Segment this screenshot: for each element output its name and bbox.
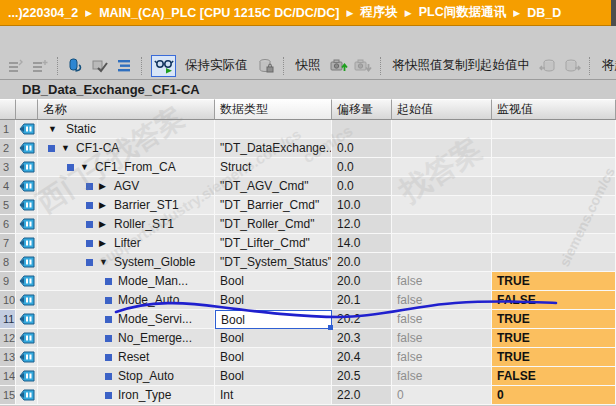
monitor-value-cell[interactable] xyxy=(492,196,616,215)
expand-arrow-icon[interactable]: ▶ xyxy=(99,220,109,229)
collapse-arrow-icon[interactable]: ▼ xyxy=(99,258,109,267)
monitor-value-cell[interactable] xyxy=(492,139,616,158)
add-row-icon[interactable] xyxy=(30,55,50,77)
start-value-cell[interactable]: false xyxy=(392,367,492,386)
expand-arrow-icon[interactable]: ▶ xyxy=(99,182,109,191)
start-value-cell[interactable] xyxy=(392,177,492,196)
variable-name-cell[interactable]: ▼System_Globle xyxy=(38,253,215,272)
datatype-cell[interactable]: Bool xyxy=(215,310,332,329)
datatype-cell[interactable]: "DT_Barrier_Cmd" xyxy=(215,196,332,215)
breadcrumb-item[interactable]: MAIN_(CA)_PLC [CPU 1215C DC/DC/DC] xyxy=(99,6,339,20)
monitor-value-cell[interactable] xyxy=(492,215,616,234)
camera-upload-icon[interactable] xyxy=(329,55,349,77)
monitor-value-cell[interactable]: TRUE xyxy=(492,272,616,291)
monitor-value-cell[interactable]: TRUE xyxy=(492,329,616,348)
variable-name-cell[interactable]: ▶Barrier_ST1 xyxy=(38,196,215,215)
insert-row-icon[interactable] xyxy=(6,55,26,77)
row-number[interactable]: 8 xyxy=(0,253,16,272)
datatype-cell[interactable]: "DT_AGV_Cmd" xyxy=(215,177,332,196)
row-number[interactable]: 13 xyxy=(0,348,16,367)
row-number[interactable]: 2 xyxy=(0,139,16,158)
breadcrumb-item[interactable]: DB_D xyxy=(527,6,561,20)
header-name[interactable]: 名称 xyxy=(38,99,215,120)
row-number[interactable]: 9 xyxy=(0,272,16,291)
monitor-value-cell[interactable]: TRUE xyxy=(492,310,616,329)
start-value-cell[interactable]: false xyxy=(392,348,492,367)
tag-check-icon[interactable] xyxy=(90,55,110,77)
expand-arrow-icon[interactable]: ▶ xyxy=(99,239,109,248)
collapse-arrow-icon[interactable]: ▼ xyxy=(48,125,58,134)
datatype-cell[interactable]: "DT_System_Status" xyxy=(215,253,332,272)
variable-name-cell[interactable]: No_Emerge... xyxy=(38,329,215,348)
row-number[interactable]: 3 xyxy=(0,158,16,177)
breadcrumb-item[interactable]: ...)220304_2 xyxy=(8,6,78,20)
datatype-cell[interactable]: Bool xyxy=(215,272,332,291)
start-value-cell[interactable]: 0 xyxy=(392,386,492,405)
row-number[interactable]: 10 xyxy=(0,291,16,310)
collapse-arrow-icon[interactable]: ▼ xyxy=(80,163,90,172)
start-value-cell[interactable] xyxy=(392,120,492,139)
start-value-cell[interactable] xyxy=(392,253,492,272)
datatype-cell[interactable] xyxy=(215,120,332,139)
datatype-cell[interactable]: "DT_DataExchange... xyxy=(215,139,332,158)
monitor-glasses-icon[interactable] xyxy=(151,55,176,77)
db-copy-left-icon[interactable] xyxy=(538,55,558,77)
breadcrumb-item[interactable]: PLC间数据通讯 xyxy=(419,4,507,21)
monitor-value-cell[interactable]: FALSE xyxy=(492,367,616,386)
variable-name-cell[interactable]: Reset xyxy=(38,348,215,367)
variable-name-cell[interactable]: ▼CF1-CA xyxy=(38,139,215,158)
expand-members-icon[interactable] xyxy=(114,55,134,77)
variable-name-cell[interactable]: ▶Lifter xyxy=(38,234,215,253)
variable-name-cell[interactable]: Mode_Servi... xyxy=(38,310,215,329)
monitor-value-cell[interactable] xyxy=(492,253,616,272)
row-number[interactable]: 5 xyxy=(0,196,16,215)
expand-arrow-icon[interactable]: ▶ xyxy=(99,201,109,210)
datatype-cell[interactable]: Bool xyxy=(215,367,332,386)
datatype-cell[interactable]: Bool xyxy=(215,348,332,367)
row-number[interactable]: 11 xyxy=(0,310,16,329)
variable-name-cell[interactable]: Mode_Man... xyxy=(38,272,215,291)
variable-name-cell[interactable]: ▶Roller_ST1 xyxy=(38,215,215,234)
datatype-cell[interactable]: Int xyxy=(215,386,332,405)
datatype-cell[interactable]: Bool xyxy=(215,329,332,348)
variable-name-cell[interactable]: ▼CF1_From_CA xyxy=(38,158,215,177)
monitor-value-cell[interactable]: TRUE xyxy=(492,348,616,367)
variable-name-cell[interactable]: Iron_Type xyxy=(38,386,215,405)
start-value-cell[interactable]: false xyxy=(392,272,492,291)
monitor-value-cell[interactable] xyxy=(492,158,616,177)
db-lock-icon[interactable] xyxy=(256,55,276,77)
reset-start-values-icon[interactable] xyxy=(66,55,86,77)
monitor-value-cell[interactable] xyxy=(492,177,616,196)
camera-download-icon[interactable] xyxy=(353,55,373,77)
snapshot-button[interactable]: 快照 xyxy=(290,57,327,74)
monitor-value-cell[interactable]: FALSE xyxy=(492,291,616,310)
row-number[interactable]: 14 xyxy=(0,367,16,386)
monitor-value-cell[interactable] xyxy=(492,234,616,253)
header-monitorvalue[interactable]: 监视值 xyxy=(492,99,616,120)
start-value-cell[interactable] xyxy=(392,234,492,253)
datatype-cell[interactable]: Struct xyxy=(215,158,332,177)
start-value-cell[interactable]: false xyxy=(392,291,492,310)
variable-name-cell[interactable]: Mode_Auto xyxy=(38,291,215,310)
start-value-cell[interactable] xyxy=(392,139,492,158)
datatype-cell[interactable]: Bool xyxy=(215,291,332,310)
start-value-cell[interactable] xyxy=(392,158,492,177)
row-number[interactable]: 12 xyxy=(0,329,16,348)
header-datatype[interactable]: 数据类型 xyxy=(215,99,332,120)
collapse-arrow-icon[interactable]: ▼ xyxy=(61,144,71,153)
monitor-value-cell[interactable] xyxy=(492,120,616,139)
db-copy-right-icon[interactable] xyxy=(562,55,582,77)
row-number[interactable]: 4 xyxy=(0,177,16,196)
start-value-cell[interactable]: false xyxy=(392,329,492,348)
keep-actual-values-button[interactable]: 保持实际值 xyxy=(179,57,254,74)
datatype-cell[interactable]: "DT_Lifter_Cmd" xyxy=(215,234,332,253)
monitor-value-cell[interactable]: 0 xyxy=(492,386,616,405)
header-offset[interactable]: 偏移量 xyxy=(332,99,392,120)
start-value-cell[interactable] xyxy=(392,196,492,215)
variable-name-cell[interactable]: ▼Static xyxy=(38,120,215,139)
breadcrumb-item[interactable]: 程序块 xyxy=(360,4,398,21)
start-value-cell[interactable] xyxy=(392,215,492,234)
row-number[interactable]: 6 xyxy=(0,215,16,234)
variable-name-cell[interactable]: ▶AGV xyxy=(38,177,215,196)
copy-snapshot-to-start-button[interactable]: 将快照值复制到起始值中 xyxy=(387,57,537,74)
